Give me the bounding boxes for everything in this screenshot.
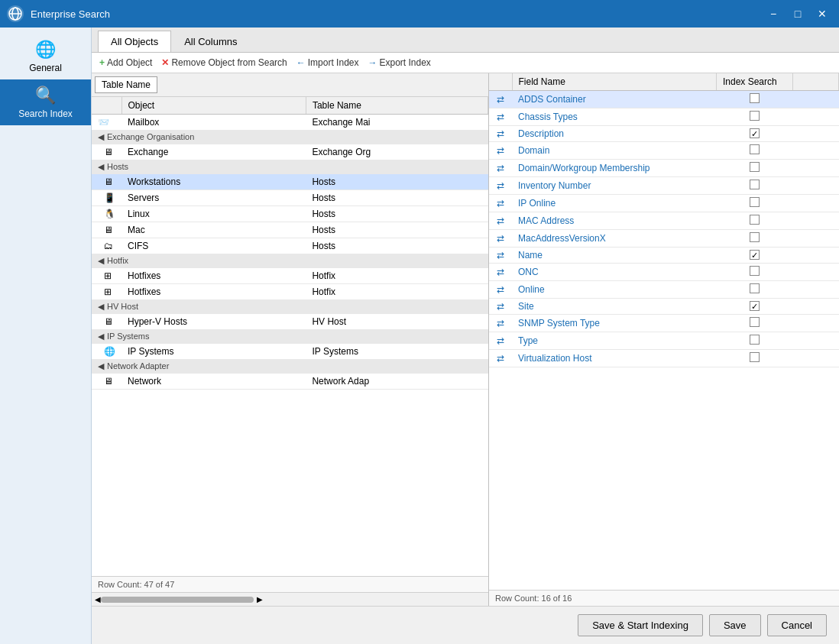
cancel-button[interactable]: Cancel: [767, 614, 827, 636]
checkbox[interactable]: [750, 301, 760, 311]
table-row[interactable]: ⇄ Domain: [489, 142, 839, 160]
horizontal-scrollbar-thumb[interactable]: [101, 597, 254, 603]
checkbox[interactable]: [750, 162, 760, 172]
table-row[interactable]: ⇄ Description: [489, 126, 839, 142]
checkbox[interactable]: [750, 250, 760, 260]
col-header-object: Object: [121, 97, 306, 115]
index-search-checkbox[interactable]: [717, 142, 793, 160]
index-search-checkbox[interactable]: [717, 264, 793, 281]
index-search-checkbox[interactable]: [717, 126, 793, 142]
checkbox[interactable]: [750, 111, 760, 121]
field-name: Site: [512, 299, 717, 315]
tab-all-columns[interactable]: All Columns: [171, 31, 250, 52]
table-row[interactable]: 🌐 IP Systems IP Systems: [92, 344, 488, 360]
index-search-checkbox[interactable]: [717, 195, 793, 212]
close-button[interactable]: ✕: [811, 5, 833, 23]
table-row[interactable]: ⇄ Inventory Number: [489, 177, 839, 195]
field-icon: ⇄: [489, 248, 512, 264]
checkbox[interactable]: [750, 317, 760, 327]
checkbox[interactable]: [750, 335, 760, 345]
object-icon: 🖥: [92, 144, 121, 160]
index-search-checkbox[interactable]: [717, 177, 793, 195]
object-name: Hotfixes: [121, 284, 306, 300]
index-search-checkbox[interactable]: [717, 91, 793, 108]
table-row[interactable]: ⇄ MAC Address: [489, 212, 839, 230]
table-row[interactable]: 📱 Servers Hosts: [92, 190, 488, 206]
table-row[interactable]: ⇄ MacAddressVersionX: [489, 230, 839, 248]
object-name: Mac: [121, 222, 306, 238]
index-search-checkbox[interactable]: [717, 299, 793, 315]
table-row[interactable]: ⇄ Online: [489, 281, 839, 299]
table-row[interactable]: 🖥 Hyper-V Hosts HV Host: [92, 314, 488, 330]
checkbox[interactable]: [750, 93, 760, 103]
table-row[interactable]: ⇄ Virtualization Host: [489, 350, 839, 367]
field-icon: ⇄: [489, 332, 512, 350]
table-row[interactable]: ⇄ Chassis Types: [489, 108, 839, 126]
left-scroll-left-arrow[interactable]: ◀: [95, 595, 101, 604]
table-row[interactable]: ⇄ Name: [489, 248, 839, 264]
index-search-checkbox[interactable]: [717, 350, 793, 367]
index-search-checkbox[interactable]: [717, 160, 793, 177]
remove-object-button[interactable]: ✕ Remove Object from Search: [161, 57, 287, 68]
checkbox[interactable]: [750, 232, 760, 242]
sidebar-item-general[interactable]: 🌐 General: [0, 34, 91, 79]
table-row[interactable]: 🖥 Mac Hosts: [92, 222, 488, 238]
minimize-button[interactable]: −: [763, 5, 784, 23]
table-row[interactable]: 🐧 Linux Hosts: [92, 206, 488, 222]
x-icon: ✕: [161, 57, 169, 68]
extra-cell: [793, 160, 839, 177]
table-name-label: Table Name: [95, 76, 157, 93]
table-row[interactable]: 📨 Mailbox Exchange Mai: [92, 115, 488, 131]
field-icon: ⇄: [489, 264, 512, 281]
table-row[interactable]: ⇄ Site: [489, 299, 839, 315]
index-search-checkbox[interactable]: [717, 248, 793, 264]
checkbox[interactable]: [750, 180, 760, 189]
index-search-checkbox[interactable]: [717, 332, 793, 350]
sidebar-item-search-index[interactable]: 🔍 Search Index: [0, 79, 91, 125]
checkbox[interactable]: [750, 197, 760, 207]
index-search-checkbox[interactable]: [717, 230, 793, 248]
table-row[interactable]: ⊞ Hotfixes Hotfix: [92, 268, 488, 284]
checkbox[interactable]: [750, 144, 760, 154]
table-name: Hosts: [306, 222, 488, 238]
table-row[interactable]: 🖥 Exchange Exchange Org: [92, 144, 488, 160]
import-index-button[interactable]: ← Import Index: [296, 57, 359, 68]
tab-all-objects[interactable]: All Objects: [98, 31, 171, 52]
checkbox[interactable]: [750, 266, 760, 276]
table-row[interactable]: ⇄ Domain/Workgroup Membership: [489, 160, 839, 177]
checkbox[interactable]: [750, 352, 760, 362]
index-search-checkbox[interactable]: [717, 315, 793, 332]
table-row[interactable]: 🗂 CIFS Hosts: [92, 238, 488, 254]
extra-cell: [793, 212, 839, 230]
import-label: Import Index: [308, 57, 359, 68]
index-search-checkbox[interactable]: [717, 212, 793, 230]
maximize-button[interactable]: □: [787, 5, 808, 23]
save-button[interactable]: Save: [709, 614, 761, 636]
checkbox[interactable]: [750, 283, 760, 293]
object-name: Workstations: [121, 174, 306, 190]
table-row[interactable]: ⇄ ADDS Container: [489, 91, 839, 108]
object-name: Hotfixes: [121, 268, 306, 284]
table-row[interactable]: ⇄ IP Online: [489, 195, 839, 212]
extra-cell: [793, 195, 839, 212]
index-search-checkbox[interactable]: [717, 281, 793, 299]
export-index-button[interactable]: → Export Index: [368, 57, 430, 68]
left-table-scroll[interactable]: Object Table Name 📨 Mailbox Exchange Mai…: [92, 97, 488, 576]
index-search-checkbox[interactable]: [717, 108, 793, 126]
table-row[interactable]: 🖥 Workstations Hosts: [92, 174, 488, 190]
table-row[interactable]: ⇄ Type: [489, 332, 839, 350]
add-object-button[interactable]: + Add Object: [99, 57, 152, 68]
right-table-scroll[interactable]: Field Name Index Search ⇄ ADDS Container…: [489, 73, 839, 590]
checkbox[interactable]: [750, 215, 760, 225]
left-scroll-right-arrow[interactable]: ▶: [257, 595, 263, 604]
checkbox[interactable]: [750, 128, 760, 138]
table-row[interactable]: ⊞ Hotfixes Hotfix: [92, 284, 488, 300]
table-row[interactable]: ⇄ SNMP System Type: [489, 315, 839, 332]
table-row[interactable]: ⇄ ONC: [489, 264, 839, 281]
group-label: ◀Exchange Organisation: [92, 131, 488, 144]
import-icon: ←: [296, 57, 306, 68]
add-object-label: Add Object: [107, 57, 152, 68]
save-start-indexing-button[interactable]: Save & Start Indexing: [578, 614, 703, 636]
table-row[interactable]: 🖥 Network Network Adap: [92, 374, 488, 390]
horizontal-scrollbar-area[interactable]: ◀ ▶: [92, 592, 488, 606]
